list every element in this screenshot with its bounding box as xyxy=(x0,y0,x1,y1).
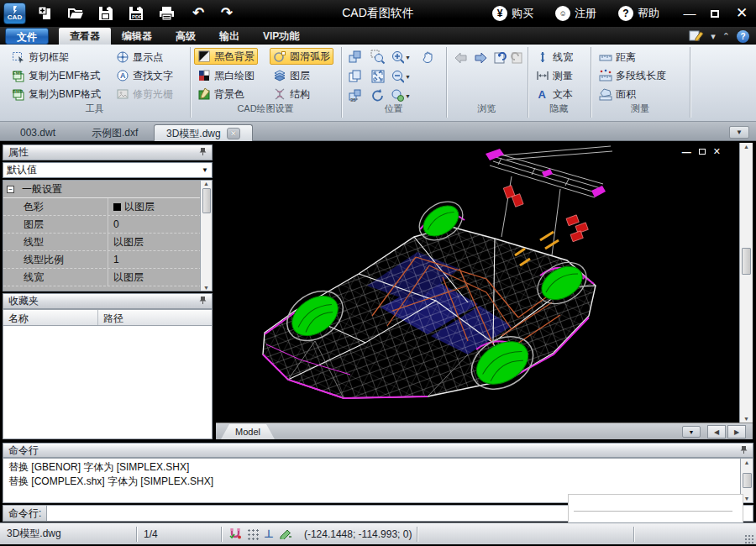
favorites-list[interactable] xyxy=(3,326,213,439)
annotate-caret-icon[interactable]: ▾ xyxy=(711,31,716,42)
scroll-thumb[interactable] xyxy=(742,248,751,275)
property-row-lineweight[interactable]: 线宽 以图层 xyxy=(3,269,202,286)
scroll-left-button[interactable]: ◀ xyxy=(707,425,726,438)
scroll-up-icon[interactable]: ▲ xyxy=(743,144,749,150)
scroll-thumb[interactable] xyxy=(743,473,752,488)
bw-drawing-icon xyxy=(197,69,211,82)
property-row-linetype[interactable]: 线型 以图层 xyxy=(3,234,202,251)
find-text-label: 查找文字 xyxy=(133,69,173,83)
collapse-section-icon[interactable]: − xyxy=(7,186,14,193)
command-panel-title: 命令行 xyxy=(8,444,39,458)
scroll-down-icon[interactable]: ▼ xyxy=(744,496,750,501)
menu-tab-output[interactable]: 输出 xyxy=(208,28,250,45)
scroll-up-icon[interactable]: ▲ xyxy=(744,459,750,465)
resize-grip[interactable] xyxy=(744,534,754,544)
fit-to-screen-button[interactable] xyxy=(368,67,388,86)
model-tab[interactable]: Model xyxy=(221,424,275,439)
hide-text-button[interactable]: A 文本 xyxy=(533,86,576,102)
osnap-toggle-icon[interactable] xyxy=(228,527,242,542)
pin-icon[interactable] xyxy=(199,296,207,307)
draw-toggle-icon[interactable] xyxy=(279,527,292,542)
pin-icon[interactable] xyxy=(199,147,207,158)
ortho-toggle-icon[interactable]: ⊥ xyxy=(264,528,274,540)
minimize-button[interactable]: — xyxy=(679,3,701,24)
register-button[interactable]: ☺ 注册 xyxy=(555,3,596,24)
copy-view-button[interactable] xyxy=(345,67,365,86)
measure-area-button[interactable]: 面积 xyxy=(596,86,639,102)
measure-polyline-button[interactable]: 多段线长度 xyxy=(596,67,669,84)
ribbon-help-button[interactable]: ? xyxy=(737,30,749,43)
collapse-ribbon-button[interactable]: ⌃ xyxy=(722,31,730,42)
crop-frame-button[interactable]: 剪切框架 xyxy=(8,49,72,66)
zoom-in-caret-icon[interactable]: ▼ xyxy=(405,55,411,60)
properties-scrollbar[interactable]: ▲ ▼ xyxy=(200,181,212,291)
buy-button[interactable]: ¥ 购买 xyxy=(492,3,533,24)
group-label-hide: 隐藏 xyxy=(528,102,591,116)
close-button[interactable]: ✕ xyxy=(731,3,753,24)
property-row-layer[interactable]: 图层 0 xyxy=(3,216,202,234)
hide-lineweight-button[interactable]: 线宽 xyxy=(533,49,576,66)
annotate-button[interactable] xyxy=(689,29,704,44)
trim-raster-button: 修剪光栅 xyxy=(113,86,176,102)
properties-grid: −一般设置 色彩 以图层 图层 0 线型 以图层 线型比例 1 线宽 以图层 ▲… xyxy=(3,180,213,291)
zoom-window-button[interactable] xyxy=(368,48,388,66)
copy-bmp-button[interactable]: BMP 复制为BMP格式 xyxy=(8,86,104,102)
tab-list-chevron-button[interactable]: ▼ xyxy=(729,126,749,139)
black-background-toggle[interactable]: 黑色背景 xyxy=(194,48,258,65)
canvas-restore-icon[interactable] xyxy=(699,149,706,155)
background-color-icon xyxy=(197,87,211,101)
menu-tab-file[interactable]: 文件 xyxy=(5,28,49,45)
hide-measure-button[interactable]: 测量 xyxy=(533,67,576,84)
canvas-minimize-icon[interactable]: — xyxy=(682,147,691,157)
layers-button[interactable]: 图层 xyxy=(270,67,313,84)
scroll-down-icon[interactable]: ▼ xyxy=(743,416,749,422)
layers-label: 图层 xyxy=(290,69,310,83)
scroll-thumb[interactable] xyxy=(202,188,211,213)
find-text-button[interactable]: A 查找文字 xyxy=(113,67,176,84)
ruler-icon xyxy=(599,50,612,64)
menu-tab-vip[interactable]: VIP功能 xyxy=(252,28,310,45)
pin-icon[interactable] xyxy=(740,445,748,456)
properties-section-row[interactable]: −一般设置 xyxy=(3,181,202,198)
menu-tab-viewer[interactable]: 查看器 xyxy=(59,28,111,45)
zoom-out-button[interactable]: ▼ xyxy=(391,67,411,86)
pan-button[interactable] xyxy=(419,48,439,66)
bw-drawing-button[interactable]: 黑白绘图 xyxy=(194,67,258,84)
svg-text:A: A xyxy=(120,71,126,80)
structure-button[interactable]: 结构 xyxy=(270,86,313,102)
doc-tab-003[interactable]: 003.dwt xyxy=(8,124,67,141)
doc-tab-example[interactable]: 示例图.dxf xyxy=(80,124,150,141)
show-points-button[interactable]: 显示点 xyxy=(113,49,166,66)
doc-tab-3d-model[interactable]: 3D模型.dwg ✕ xyxy=(154,124,253,141)
crop-frame-label: 剪切框架 xyxy=(29,50,69,65)
measure-distance-button[interactable]: 距离 xyxy=(596,49,639,66)
rotate-view-button[interactable] xyxy=(345,48,365,66)
close-tab-icon[interactable]: ✕ xyxy=(227,128,240,139)
scroll-right-button[interactable]: ▶ xyxy=(727,425,746,438)
property-row-ltscale[interactable]: 线型比例 1 xyxy=(3,251,202,269)
status-divider xyxy=(417,527,417,542)
zoom-out-caret-icon[interactable]: ▼ xyxy=(405,74,411,80)
canvas-vertical-scrollbar[interactable]: ▲ ▼ xyxy=(739,143,753,423)
background-color-button[interactable]: 背景色 xyxy=(194,86,248,102)
menu-tab-advanced[interactable]: 高级 xyxy=(165,28,207,45)
crop-frame-icon xyxy=(12,50,25,64)
favorites-col-path[interactable]: 路径 xyxy=(98,310,129,325)
maximize-button[interactable] xyxy=(704,3,726,24)
property-row-color[interactable]: 色彩 以图层 xyxy=(3,198,202,216)
canvas-close-icon[interactable]: ✕ xyxy=(713,146,721,157)
zoom-in-button[interactable]: ▼ xyxy=(391,48,411,66)
smooth-arcs-toggle[interactable]: 圆滑弧形 xyxy=(270,48,333,65)
layout-list-chevron-button[interactable]: ▼ xyxy=(682,426,701,438)
zoom-3d-caret-icon[interactable]: ▼ xyxy=(405,93,411,99)
favorites-col-name[interactable]: 名称 xyxy=(3,310,98,325)
copy-emf-button[interactable]: EMF 复制为EMF格式 xyxy=(8,67,103,84)
help-button[interactable]: ? 帮助 xyxy=(618,3,659,24)
view-forward-button[interactable] xyxy=(470,49,491,67)
scroll-up-icon[interactable]: ▲ xyxy=(203,181,209,186)
properties-preset-select[interactable]: 默认值 ▼ xyxy=(3,162,213,178)
grid-toggle-icon[interactable] xyxy=(247,528,259,540)
menu-tab-editor[interactable]: 编辑器 xyxy=(111,28,163,45)
scroll-down-icon[interactable]: ▼ xyxy=(203,285,209,291)
drawing-canvas[interactable]: — ✕ xyxy=(216,143,739,423)
